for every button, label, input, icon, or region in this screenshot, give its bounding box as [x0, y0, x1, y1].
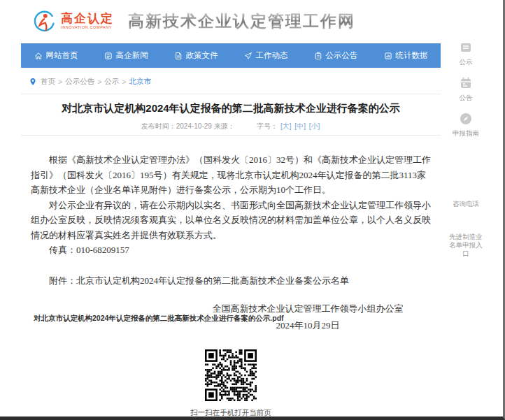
nav-item-label: 网站首页 — [46, 50, 78, 61]
tool-label: 公告 — [460, 94, 473, 102]
tool-publicity[interactable]: 公示 — [459, 41, 473, 66]
logo-en-text: INNOVATION COMPANY — [61, 26, 114, 30]
publish-date: 2024-10-29 — [176, 122, 212, 130]
site-header: 高企认定 INNOVATION COMPANY 高新技术企业认定管理工作网 — [31, 8, 355, 34]
article-meta: 发布时间：2024-10-29 来源： 字号： [大] [中] [小] — [21, 122, 441, 131]
nav-item-label: 政策文件 — [186, 50, 218, 61]
nav-item-announcements[interactable]: 公示公告 — [301, 43, 371, 68]
fontsize-medium-button[interactable]: [中] — [294, 122, 306, 130]
breadcrumb: 首页 > 公示公告 > 公示 > 北京市 — [29, 77, 151, 87]
article-title: 对北京市认定机构2024年认定报备的第二批高新技术企业进行备案的公示 — [21, 102, 441, 115]
qr-code — [205, 349, 257, 401]
guide-compass-icon — [459, 112, 473, 126]
site-logo[interactable]: 高企认定 INNOVATION COMPANY — [31, 8, 114, 34]
divider — [21, 135, 441, 136]
divider — [21, 94, 441, 94]
tool-label: 申报指南 — [453, 129, 479, 138]
announcement-icon — [459, 41, 473, 55]
pdf-attachment-link[interactable]: 对北京市认定机构2024年认定报备的第二批高新技术企业进行备案的公示.pdf — [34, 314, 284, 324]
attachment-line: 附件：北京市认定机构2024年认定报备的第二批高新技术企业备案公示名单 — [31, 273, 431, 289]
breadcrumb-home[interactable]: 首页 — [41, 77, 55, 87]
tool-label: 咨询电话 — [453, 200, 479, 208]
document-icon — [174, 52, 183, 60]
breadcrumb-separator: > — [122, 78, 126, 86]
article: 对北京市认定机构2024年认定报备的第二批高新技术企业进行备案的公示 发布时间：… — [21, 96, 441, 131]
article-body: 根据《高新技术企业认定管理办法》（国科发火〔2016〕32号）和《高新技术企业认… — [21, 152, 441, 334]
site-title: 高新技术企业认定管理工作网 — [128, 10, 355, 32]
breadcrumb-announcements[interactable]: 公示公告 — [65, 77, 94, 87]
nav-item-news[interactable]: 高企新闻 — [91, 43, 161, 68]
notice-icon — [459, 76, 473, 90]
breadcrumb-publicity[interactable]: 公示 — [104, 77, 119, 87]
location-pin-icon — [29, 78, 36, 86]
chart-icon — [384, 52, 392, 60]
fontsize-label: 字号： — [257, 122, 278, 130]
nav-item-statistics[interactable]: 统计数据 — [371, 43, 441, 68]
nav-item-label: 公示公告 — [326, 50, 358, 61]
news-icon — [104, 52, 113, 60]
tool-advanced-manufacturing-entry[interactable]: 先进制造业名单申报入口 — [448, 229, 484, 258]
logo-icon — [31, 8, 57, 34]
paragraph: 根据《高新技术企业认定管理办法》（国科发火〔2016〕32号）和《高新技术企业认… — [31, 152, 431, 198]
fontsize-large-button[interactable]: [大] — [280, 122, 292, 130]
nav-item-policy[interactable]: 政策文件 — [161, 43, 231, 68]
qr-section: 扫一扫在手机打开当前页 — [21, 349, 441, 418]
nav-item-label: 工作动态 — [256, 50, 288, 61]
announcement-icon — [314, 52, 322, 60]
tool-label: 公示 — [460, 58, 473, 66]
tool-consult-phone[interactable]: 咨询电话 — [453, 196, 479, 208]
publish-time-label: 发布时间： — [141, 122, 176, 130]
logo-cn-text: 高企认定 — [61, 13, 114, 24]
paragraph: 对公示企业有异议的，请在公示期内以实名、书面形式向全国高新技术企业认定管理工作领… — [31, 198, 431, 243]
nav-item-home[interactable]: 网站首页 — [21, 43, 91, 68]
breadcrumb-beijing[interactable]: 北京市 — [129, 77, 151, 87]
breadcrumb-separator: > — [97, 78, 101, 86]
article-body-wrap: 根据《高新技术企业认定管理办法》（国科发火〔2016〕32号）和《高新技术企业认… — [21, 137, 441, 334]
nav-item-label: 统计数据 — [396, 50, 428, 61]
nav-item-updates[interactable]: 工作动态 — [231, 43, 301, 68]
tool-label: 先进制造业名单申报入口 — [448, 233, 484, 258]
main-nav: 网站首页 高企新闻 政策文件 工作动态 公示公告 统计数据 — [21, 43, 441, 68]
home-icon — [34, 52, 43, 60]
side-toolbar: 公示 公告 申报指南 咨询电话 先进制造业名单申报入口 — [448, 41, 484, 268]
logo-text: 高企认定 INNOVATION COMPANY — [61, 13, 114, 30]
fontsize-small-button[interactable]: [小] — [309, 122, 320, 130]
page: 高企认定 INNOVATION COMPANY 高新技术企业认定管理工作网 网站… — [0, 0, 505, 420]
source-label: 来源： — [214, 122, 235, 130]
breadcrumb-separator: > — [58, 78, 62, 86]
nav-item-label: 高企新闻 — [116, 50, 148, 61]
tool-notice[interactable]: 公告 — [459, 76, 473, 102]
qr-caption: 扫一扫在手机打开当前页 — [21, 408, 441, 418]
send-icon — [244, 52, 252, 60]
tool-guide[interactable]: 申报指南 — [453, 112, 479, 138]
fax-line: 传真：010-68209157 — [31, 242, 431, 258]
